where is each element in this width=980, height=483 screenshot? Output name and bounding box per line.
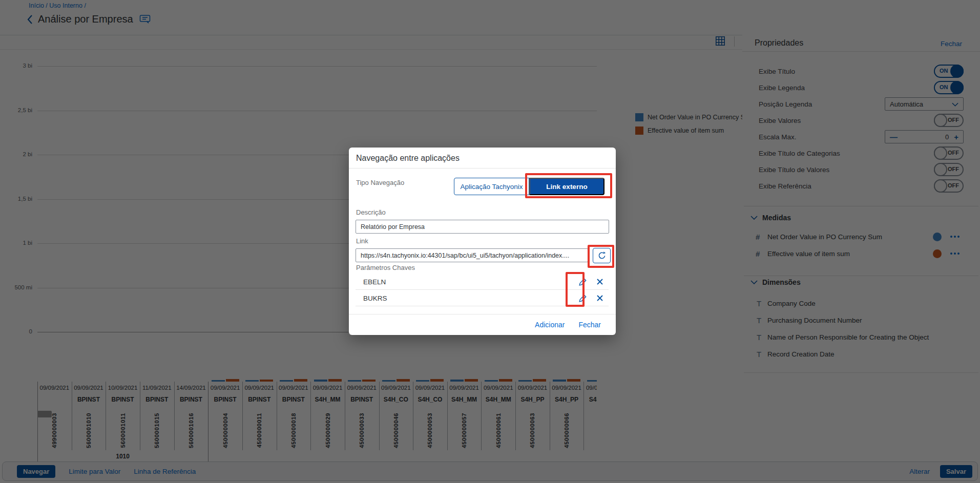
highlight-box-edit-icons — [566, 272, 585, 307]
link-input[interactable] — [356, 248, 588, 262]
descricao-input[interactable] — [356, 220, 609, 234]
fechar-link[interactable]: Fechar — [578, 321, 601, 329]
link-label: Link — [356, 237, 368, 245]
param-name: BUKRS — [363, 295, 574, 302]
delete-x-icon[interactable] — [591, 278, 609, 285]
nav-type-label: Tipo Navegação — [356, 179, 404, 186]
highlight-box-refresh — [588, 245, 614, 268]
param-name: EBELN — [363, 278, 574, 286]
dialog-title: Navegação entre aplicações — [356, 154, 460, 163]
highlight-box-link-externo — [525, 173, 612, 198]
descricao-label: Descrição — [356, 208, 386, 216]
adicionar-link[interactable]: Adicionar — [535, 321, 565, 329]
aplicacao-tachyonix-segment[interactable]: Aplicação Tachyonix — [454, 178, 529, 195]
delete-x-icon[interactable] — [591, 295, 609, 302]
dialog-header-divider — [349, 168, 616, 169]
dialog-footer: AdicionarFechar — [349, 314, 616, 335]
params-label: Parâmetros Chaves — [356, 264, 415, 271]
